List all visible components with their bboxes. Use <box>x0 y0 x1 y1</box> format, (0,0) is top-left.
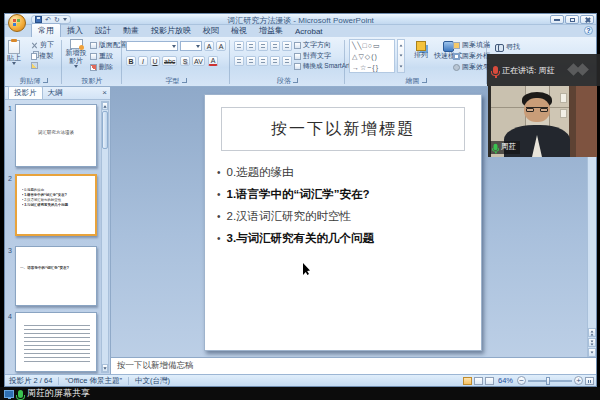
pane-close-icon[interactable]: × <box>102 89 107 97</box>
strikethrough-button[interactable]: abc <box>162 56 177 66</box>
italic-button[interactable]: I <box>138 56 148 66</box>
justify-icon[interactable] <box>270 56 280 66</box>
tab-review[interactable]: 校閱 <box>197 24 225 37</box>
tab-slideshow[interactable]: 投影片放映 <box>145 24 197 37</box>
active-speaker-label: 正在讲话: 周荭 <box>502 65 554 76</box>
line-spacing-icon[interactable] <box>282 41 292 51</box>
zoom-in-button[interactable]: + <box>574 376 583 385</box>
shape-effects-button[interactable]: 圖案效果 <box>453 62 490 72</box>
slide-sorter-view-button[interactable] <box>474 377 483 385</box>
content-placeholder[interactable]: • 0.选题的缘由 • 1.语言学中的“词汇学”安在? • 2.汉语词汇研究的时… <box>217 161 473 249</box>
office-button[interactable] <box>8 14 26 32</box>
align-text-button[interactable]: 對齊文字 <box>294 51 331 61</box>
wall-paper <box>560 109 567 118</box>
find-button[interactable]: 尋找 <box>495 42 520 52</box>
font-size-select[interactable] <box>180 41 202 51</box>
new-slide-button[interactable]: 新增投影片 <box>63 39 89 68</box>
text-shadow-button[interactable]: S <box>180 56 190 66</box>
quick-styles-icon <box>443 41 454 52</box>
drawing-dialog-launcher-icon[interactable] <box>422 78 427 83</box>
minimize-button[interactable] <box>550 15 564 24</box>
shape-outline-icon <box>453 53 460 60</box>
underline-button[interactable]: U <box>150 56 160 66</box>
screen-share-label: 周荭的屏幕共享 <box>27 387 90 400</box>
restore-button[interactable] <box>565 15 579 24</box>
bold-button[interactable]: B <box>126 56 136 66</box>
font-name-select[interactable] <box>126 41 178 51</box>
copy-button[interactable]: 複製 <box>31 51 53 61</box>
language-indicator: 中文(台灣) <box>135 376 170 386</box>
paste-button[interactable]: 貼上 <box>7 40 21 65</box>
speaker-mic-icon <box>493 66 498 74</box>
scroll-down-icon[interactable] <box>102 364 108 372</box>
shapes-gallery[interactable]: ╲╲□○▭ △▽◇() →☆~{} <box>349 39 395 73</box>
increase-indent-icon[interactable] <box>270 41 280 51</box>
text-direction-button[interactable]: 文字方向 <box>294 40 331 50</box>
slide-2-thumbnail-selected[interactable]: • 0.选题的缘由 • 1.语言学中的“词汇学”安在? • 2.汉语词汇研究的时… <box>15 174 97 236</box>
previous-slide-button[interactable] <box>588 328 596 337</box>
font-color-button[interactable]: A <box>208 56 218 66</box>
status-bar: 投影片 2 / 64 “Office 佈景主題” 中文(台灣) 64% − + <box>5 374 596 386</box>
tab-animations[interactable]: 動畫 <box>117 24 145 37</box>
slide-3-thumbnail[interactable]: 一、语言学中的“词汇学”安在? <box>15 246 97 306</box>
slide-4-thumbnail[interactable] <box>15 312 97 372</box>
active-speaker-banner: 正在讲话: 周荭 <box>487 54 600 86</box>
slide-3-number: 3 <box>8 247 12 254</box>
help-icon[interactable]: ? <box>584 26 593 35</box>
title-placeholder[interactable]: 按一下以新增標題 <box>221 107 465 151</box>
paragraph-dialog-launcher-icon[interactable] <box>293 78 298 83</box>
zoom-slider[interactable] <box>528 380 572 382</box>
bullets-icon[interactable] <box>234 41 244 51</box>
arrange-button[interactable]: 排列 <box>409 41 433 59</box>
shape-fill-icon <box>453 42 460 49</box>
slide-2-number: 2 <box>8 175 12 182</box>
delete-slide-button[interactable]: 刪除 <box>90 62 113 72</box>
align-right-icon[interactable] <box>258 56 268 66</box>
clipboard-dialog-launcher-icon[interactable] <box>43 78 48 83</box>
character-spacing-button[interactable]: AV <box>192 56 205 66</box>
slides-pane-scrollbar[interactable] <box>101 101 109 373</box>
convert-smartart-button[interactable]: 轉換成 SmartArt <box>294 62 350 71</box>
shrink-font-button[interactable]: A <box>216 41 226 51</box>
grow-font-button[interactable]: A <box>204 41 214 51</box>
screen-share-icon <box>4 390 14 398</box>
columns-icon[interactable] <box>282 56 292 66</box>
tab-insert[interactable]: 插入 <box>61 24 89 37</box>
reset-button[interactable]: 重設 <box>90 51 113 61</box>
paste-icon <box>8 40 20 54</box>
tab-outline[interactable]: 大綱 <box>43 87 68 99</box>
normal-view-button[interactable] <box>463 377 472 385</box>
scroll-down-icon[interactable] <box>588 348 596 357</box>
tab-slides-thumbnails[interactable]: 投影片 <box>8 86 43 99</box>
numbering-icon[interactable] <box>246 41 256 51</box>
tab-acrobat[interactable]: Acrobat <box>289 26 329 37</box>
zoom-slider-thumb[interactable] <box>546 377 550 385</box>
fit-to-window-button[interactable] <box>585 377 594 385</box>
font-dialog-launcher-icon[interactable] <box>182 78 187 83</box>
current-slide-canvas[interactable]: 按一下以新增標題 • 0.选题的缘由 • 1.语言学中的“词汇学”安在? • 2 <box>204 94 482 351</box>
copy-icon <box>31 53 37 60</box>
close-button[interactable] <box>580 15 594 24</box>
format-painter-button[interactable] <box>31 62 38 69</box>
decrease-indent-icon[interactable] <box>258 41 268 51</box>
shapes-scroll-buttons[interactable] <box>397 39 405 73</box>
next-slide-button[interactable] <box>588 338 596 347</box>
align-center-icon[interactable] <box>246 56 256 66</box>
tab-design[interactable]: 設計 <box>89 24 117 37</box>
scrollbar-thumb[interactable] <box>102 111 108 149</box>
slide-1-thumbnail[interactable]: 词汇研究方法漫谈 <box>15 104 97 167</box>
view-and-zoom-controls: 64% − + <box>463 375 594 386</box>
mouse-cursor <box>303 263 311 275</box>
shape-fill-button[interactable]: 圖案填滿 <box>453 40 490 50</box>
tab-view[interactable]: 檢視 <box>225 24 253 37</box>
participant-video-tile[interactable]: 周荭 <box>488 86 597 157</box>
cut-button[interactable]: 剪下 <box>31 40 54 50</box>
slideshow-view-button[interactable] <box>485 377 494 385</box>
zoom-out-button[interactable]: − <box>517 376 526 385</box>
notes-pane[interactable]: 按一下以新增備忘稿 <box>111 357 596 374</box>
shape-outline-button[interactable]: 圖案外框 <box>453 51 490 61</box>
align-left-icon[interactable] <box>234 56 244 66</box>
tab-addins[interactable]: 增益集 <box>253 24 289 37</box>
tab-home[interactable]: 常用 <box>31 23 61 37</box>
scroll-up-icon[interactable] <box>102 102 108 110</box>
